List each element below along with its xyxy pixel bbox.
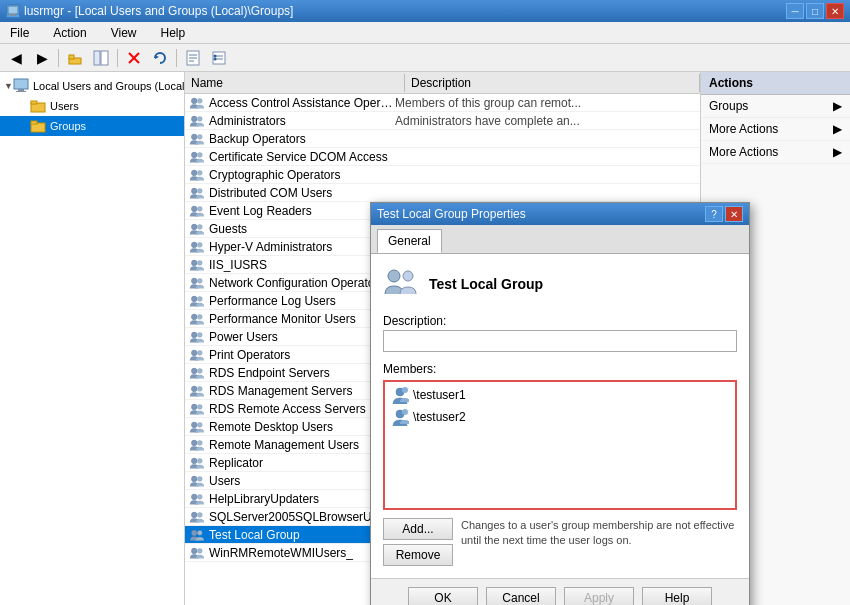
svg-point-28	[197, 116, 202, 121]
minimize-button[interactable]: ─	[786, 3, 804, 19]
row-name: Network Configuration Operators	[209, 276, 395, 290]
row-description: Members of this group can remot...	[395, 96, 700, 110]
list-row[interactable]: Distributed COM Users	[185, 184, 700, 202]
apply-button[interactable]: Apply	[564, 587, 634, 605]
tree-groups[interactable]: Groups	[0, 116, 184, 136]
add-remove-buttons: Add... Remove	[383, 518, 453, 566]
svg-point-55	[191, 368, 197, 374]
list-row[interactable]: Access Control Assistance OperatorsMembe…	[185, 94, 700, 112]
actions-arrow-1: ▶	[833, 122, 842, 136]
row-icon	[189, 185, 205, 201]
row-icon	[189, 455, 205, 471]
row-name: Performance Monitor Users	[209, 312, 395, 326]
row-icon	[189, 401, 205, 417]
tree-root[interactable]: ▼ Local Users and Groups (Local)	[0, 76, 184, 96]
export-button[interactable]	[181, 47, 205, 69]
svg-rect-20	[16, 91, 26, 92]
actions-more-label-1: More Actions	[709, 122, 778, 136]
properties-button[interactable]	[207, 47, 231, 69]
members-list[interactable]: \testuser1 \testuser2	[383, 380, 737, 510]
member-name: \testuser1	[413, 388, 466, 402]
help-button[interactable]: Help	[642, 587, 712, 605]
svg-rect-3	[69, 55, 74, 59]
modal-help-button[interactable]: ?	[705, 206, 723, 222]
svg-point-77	[388, 270, 400, 282]
refresh-button[interactable]	[148, 47, 172, 69]
svg-rect-1	[10, 14, 16, 16]
up-button[interactable]	[63, 47, 87, 69]
svg-point-53	[191, 350, 197, 356]
row-icon	[189, 257, 205, 273]
menu-help[interactable]: Help	[155, 24, 192, 42]
svg-point-62	[197, 422, 202, 427]
back-button[interactable]: ◀	[4, 47, 28, 69]
row-icon	[189, 437, 205, 453]
remove-button[interactable]: Remove	[383, 544, 453, 566]
svg-rect-24	[31, 121, 37, 124]
svg-point-27	[191, 116, 197, 122]
row-name: WinRMRemoteWMIUsers_	[209, 546, 395, 560]
actions-more-2[interactable]: More Actions ▶	[701, 141, 850, 164]
row-icon	[189, 473, 205, 489]
users-folder-icon	[30, 98, 46, 114]
list-row[interactable]: Backup Operators	[185, 130, 700, 148]
row-name: Replicator	[209, 456, 395, 470]
tree-users-label: Users	[50, 100, 79, 112]
svg-point-74	[197, 530, 202, 535]
svg-point-34	[197, 170, 202, 175]
row-description: Administrators have complete an...	[395, 114, 700, 128]
row-name: Users	[209, 474, 395, 488]
member-row[interactable]: \testuser1	[387, 384, 733, 406]
add-button[interactable]: Add...	[383, 518, 453, 540]
svg-point-73	[191, 530, 197, 536]
list-row[interactable]: AdministratorsAdministrators have comple…	[185, 112, 700, 130]
member-row[interactable]: \testuser2	[387, 406, 733, 428]
maximize-button[interactable]: □	[806, 3, 824, 19]
col-header-name[interactable]: Name	[185, 74, 405, 92]
menu-file[interactable]: File	[4, 24, 35, 42]
actions-more-1[interactable]: More Actions ▶	[701, 118, 850, 141]
svg-point-39	[191, 224, 197, 230]
show-hide-button[interactable]	[89, 47, 113, 69]
svg-point-29	[191, 134, 197, 140]
svg-point-45	[191, 278, 197, 284]
row-icon	[189, 383, 205, 399]
forward-button[interactable]: ▶	[30, 47, 54, 69]
row-icon	[189, 311, 205, 327]
svg-point-41	[191, 242, 197, 248]
expand-icon: ▼	[4, 81, 13, 91]
app-icon	[6, 4, 20, 18]
svg-point-71	[191, 512, 197, 518]
modal-group-name: Test Local Group	[429, 276, 543, 292]
menu-view[interactable]: View	[105, 24, 143, 42]
col-header-description[interactable]: Description	[405, 74, 700, 92]
list-row[interactable]: Cryptographic Operators	[185, 166, 700, 184]
list-row[interactable]: Certificate Service DCOM Access	[185, 148, 700, 166]
row-name: HelpLibraryUpdaters	[209, 492, 395, 506]
svg-point-46	[197, 278, 202, 283]
svg-point-78	[403, 271, 413, 281]
modal-footer: OK Cancel Apply Help	[371, 578, 749, 605]
modal-close-button[interactable]: ✕	[725, 206, 743, 222]
ok-button[interactable]: OK	[408, 587, 478, 605]
window-controls[interactable]: ─ □ ✕	[786, 3, 844, 19]
svg-point-63	[191, 440, 197, 446]
delete-button[interactable]	[122, 47, 146, 69]
row-icon	[189, 131, 205, 147]
row-name: Power Users	[209, 330, 395, 344]
close-button[interactable]: ✕	[826, 3, 844, 19]
description-input[interactable]	[383, 330, 737, 352]
actions-arrow-2: ▶	[833, 145, 842, 159]
row-icon	[189, 419, 205, 435]
tree-groups-label: Groups	[50, 120, 86, 132]
row-icon	[189, 347, 205, 363]
menu-action[interactable]: Action	[47, 24, 92, 42]
cancel-button[interactable]: Cancel	[486, 587, 556, 605]
svg-rect-18	[14, 79, 28, 89]
tree-users[interactable]: Users	[0, 96, 184, 116]
svg-rect-0	[8, 6, 18, 14]
actions-groups-item[interactable]: Groups ▶	[701, 95, 850, 118]
svg-point-66	[197, 458, 202, 463]
modal-controls[interactable]: ? ✕	[705, 206, 743, 222]
tab-general[interactable]: General	[377, 229, 442, 253]
